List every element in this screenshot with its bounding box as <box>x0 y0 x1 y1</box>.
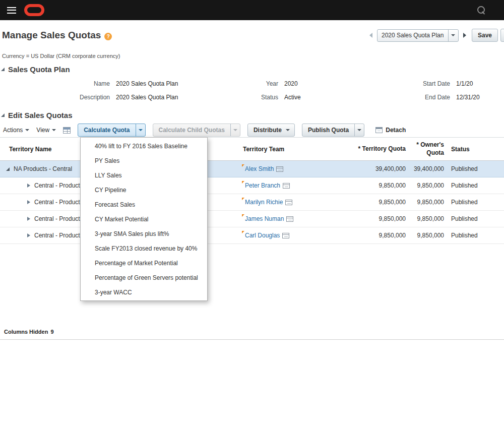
plan-select-value: 2020 Sales Quota Plan <box>377 32 448 39</box>
detach-label: Detach <box>386 127 406 134</box>
menu-item[interactable]: Scale FY2013 closed revenue by 40% <box>81 241 207 256</box>
save-and-close-label: Save and Close <box>501 29 504 41</box>
currency-note: Currency = US Dollar (CRM corporate curr… <box>2 53 504 59</box>
description-value: 2020 Sales Quota Plan <box>116 94 227 101</box>
menu-item[interactable]: 40% lift to FY 2016 Sales Baseline <box>81 139 207 153</box>
publish-quota-button[interactable]: Publish Quota <box>302 124 364 137</box>
columns-hidden-count: 9 <box>50 329 53 335</box>
quotas-table: Territory Name Territory Team * Territor… <box>0 137 504 244</box>
flag-marker-icon <box>242 231 244 233</box>
territory-team-link[interactable]: James Numan <box>245 215 284 222</box>
table-row[interactable]: Central - Products Carl Douglas 9,850,00… <box>0 227 504 244</box>
territory-quota-cell: 39,400,000 <box>355 165 406 172</box>
col-territory-quota[interactable]: * Territory Quota <box>355 145 406 153</box>
manage-sales-quotas-page: { "page": { "title": "Manage Sales Quota… <box>0 0 504 426</box>
team-popup-icon[interactable] <box>285 200 292 205</box>
freeze-table-icon[interactable] <box>63 127 71 134</box>
owners-quota-cell: 39,400,000 <box>406 165 446 172</box>
plan-select[interactable]: 2020 Sales Quota Plan <box>377 29 459 42</box>
next-plan-icon[interactable] <box>463 33 466 38</box>
territory-name: NA Products - Central <box>14 165 72 172</box>
flag-marker-icon <box>242 214 244 217</box>
distribute-label: Distribute <box>248 124 287 136</box>
table-row[interactable]: Central - Products Peter Branch 9,850,00… <box>0 177 504 194</box>
table-row[interactable]: Central - Products James Numan 9,850,000… <box>0 211 504 227</box>
section-title: Edit Sales Quotas <box>8 111 73 119</box>
chevron-down-icon[interactable] <box>354 124 364 136</box>
oracle-logo[interactable] <box>24 4 44 16</box>
save-button[interactable]: Save <box>472 29 498 42</box>
menu-item[interactable]: 3-year SMA Sales plus lift% <box>81 226 207 241</box>
calculate-quota-button[interactable]: Calculate Quota <box>78 124 145 137</box>
end-date-value: 12/31/20 <box>456 94 504 101</box>
table-header: Territory Name Territory Team * Territor… <box>0 137 504 161</box>
name-value: 2020 Sales Quota Plan <box>116 80 227 87</box>
end-date-label: End Date <box>401 94 450 101</box>
expand-node-icon[interactable] <box>27 184 30 188</box>
menu-item[interactable]: Forecast Sales <box>81 197 207 212</box>
territory-quota-cell: 9,850,000 <box>355 199 406 206</box>
detach-button[interactable]: Detach <box>375 127 406 134</box>
team-popup-icon[interactable] <box>282 233 289 238</box>
help-icon[interactable]: ? <box>104 33 112 40</box>
name-label: Name <box>0 80 110 87</box>
menu-item[interactable]: CY Market Potential <box>81 212 207 226</box>
territory-team-cell: Marilyn Richie <box>242 194 355 210</box>
hamburger-menu-icon[interactable] <box>7 7 16 14</box>
menu-item[interactable]: CY Pipeline <box>81 182 207 197</box>
menu-item[interactable]: Percentage of Market Potential <box>81 256 207 270</box>
team-popup-icon[interactable] <box>283 183 290 189</box>
territory-name: Central - Products <box>34 215 83 222</box>
view-menu-button[interactable]: View <box>36 127 56 134</box>
expand-node-icon[interactable] <box>27 217 30 221</box>
description-label: Description <box>0 94 110 101</box>
col-territory-team[interactable]: Territory Team <box>242 146 355 153</box>
territory-team-cell: Peter Branch <box>242 177 355 194</box>
disclosure-triangle-icon[interactable] <box>1 68 5 71</box>
search-icon[interactable] <box>477 6 486 15</box>
expand-node-icon[interactable] <box>27 200 30 204</box>
territory-team-cell: Carl Douglas <box>242 227 355 244</box>
territory-name: Central - Products <box>34 232 83 239</box>
owners-quota-cell: 9,850,000 <box>406 232 446 239</box>
calculate-child-quotas-label: Calculate Child Quotas <box>153 124 230 136</box>
chevron-down-icon <box>230 124 240 136</box>
chevron-down-icon <box>286 129 290 131</box>
col-status[interactable]: Status <box>446 146 504 153</box>
status-value: Active <box>284 94 395 101</box>
col-owners-quota[interactable]: * Owner's Quota <box>406 141 446 157</box>
territory-team-link[interactable]: Marilyn Richie <box>245 199 283 206</box>
view-label: View <box>36 127 49 134</box>
territory-quota-cell: 9,850,000 <box>355 215 406 222</box>
menu-item[interactable]: Percentage of Green Servers potential <box>81 270 207 285</box>
territory-team-link[interactable]: Alex Smith <box>245 165 274 172</box>
menu-item[interactable]: PY Sales <box>81 153 207 168</box>
territory-team-cell: James Numan <box>242 211 355 227</box>
status-cell: Published <box>446 165 504 172</box>
menu-item[interactable]: 3-year WACC <box>81 285 207 299</box>
table-row[interactable]: NA Products - Central Alex Smith 39,400,… <box>0 161 504 177</box>
team-popup-icon[interactable] <box>286 216 293 222</box>
previous-plan-icon[interactable] <box>369 33 372 38</box>
chevron-down-icon <box>52 129 56 131</box>
territory-team-link[interactable]: Carl Douglas <box>245 232 280 239</box>
menu-item[interactable]: LLY Sales <box>81 168 207 182</box>
calculate-quota-label: Calculate Quota <box>78 124 135 136</box>
distribute-button[interactable]: Distribute <box>247 124 295 137</box>
territory-team-link[interactable]: Peter Branch <box>245 182 280 189</box>
table-row[interactable]: Central - Products Marilyn Richie 9,850,… <box>0 194 504 211</box>
status-cell: Published <box>446 182 504 189</box>
actions-menu-button[interactable]: Actions <box>3 127 29 134</box>
plan-form: Name 2020 Sales Quota Plan Year 2020 Sta… <box>0 80 504 101</box>
chevron-down-icon <box>25 129 29 131</box>
calculate-child-quotas-button: Calculate Child Quotas <box>153 124 240 137</box>
expand-node-icon[interactable] <box>27 233 30 237</box>
owners-quota-cell: 9,850,000 <box>406 215 446 222</box>
collapse-node-icon[interactable] <box>6 167 10 171</box>
save-and-close-button[interactable]: Save and Close <box>500 29 504 42</box>
chevron-down-icon[interactable] <box>136 124 145 136</box>
disclosure-triangle-icon[interactable] <box>1 113 5 117</box>
start-date-label: Start Date <box>401 80 450 87</box>
team-popup-icon[interactable] <box>276 166 283 172</box>
global-header <box>0 0 504 20</box>
